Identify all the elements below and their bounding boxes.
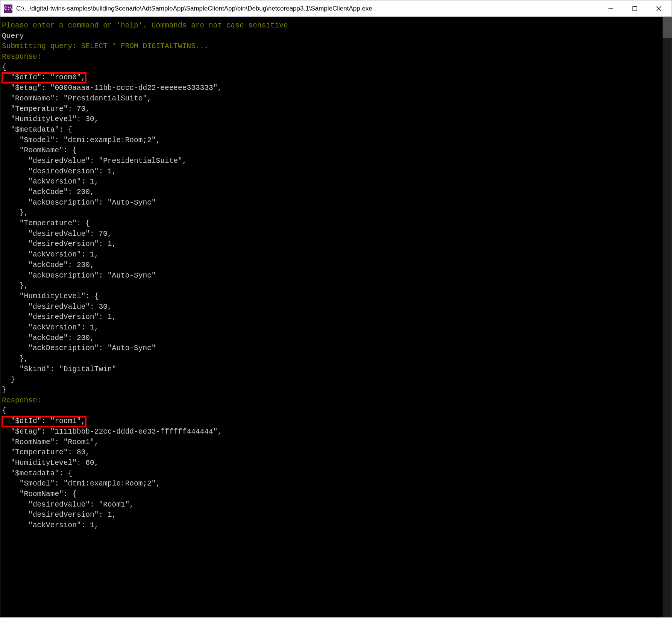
window-title: C:\...\digital-twins-samples\buildingSce…	[16, 5, 599, 12]
scrollbar-thumb[interactable]	[663, 17, 672, 38]
console-line: "ackVersion": 1,	[2, 323, 672, 333]
close-button[interactable]	[647, 0, 671, 17]
console-line: Submitting query: SELECT * FROM DIGITALT…	[2, 41, 672, 52]
console-line: Response:	[2, 396, 672, 406]
minimize-button[interactable]	[599, 0, 623, 17]
window-frame: C:\ C:\...\digital-twins-samples\buildin…	[0, 0, 672, 617]
scrollbar-track[interactable]	[663, 17, 672, 617]
console-line: "$dtId": "room0",	[2, 73, 672, 83]
console-line: },	[2, 208, 672, 218]
console-line: "$etag": "0000aaaa-11bb-cccc-dd22-eeeeee…	[2, 83, 672, 94]
console-area[interactable]: Please enter a command or 'help'. Comman…	[0, 17, 672, 617]
console-line: "ackVersion": 1,	[2, 177, 672, 187]
console-line: "desiredValue": 30,	[2, 302, 672, 313]
maximize-button[interactable]	[623, 0, 647, 17]
dtid-highlight: "$dtId": "room1",	[2, 416, 85, 427]
console-line: "ackVersion": 1,	[2, 250, 672, 260]
console-line: "RoomName": {	[2, 489, 672, 500]
console-line: Response:	[2, 52, 672, 62]
titlebar[interactable]: C:\ C:\...\digital-twins-samples\buildin…	[0, 0, 672, 17]
console-line: "$kind": "DigitalTwin"	[2, 364, 672, 375]
console-line: "ackCode": 200,	[2, 187, 672, 198]
dtid-highlight: "$dtId": "room0",	[2, 73, 85, 83]
console-line: "ackDescription": "Auto-Sync"	[2, 198, 672, 208]
console-line: "Temperature": {	[2, 218, 672, 229]
console-line: "Temperature": 80,	[2, 448, 672, 458]
console-line: "$etag": "1111bbbb-22cc-dddd-ee33-ffffff…	[2, 427, 672, 437]
console-line: "desiredVersion": 1,	[2, 510, 672, 520]
highlight-box	[2, 416, 86, 427]
console-line: "desiredVersion": 1,	[2, 312, 672, 323]
console-line: "$metadata": {	[2, 469, 672, 479]
console-line: "ackCode": 200,	[2, 333, 672, 344]
console-line: {	[2, 406, 672, 416]
console-line: "HumidityLevel": {	[2, 291, 672, 302]
console-line: "$model": "dtmi:example:Room;2",	[2, 135, 672, 146]
console-line: Please enter a command or 'help'. Comman…	[2, 21, 672, 31]
console-line: "$metadata": {	[2, 125, 672, 135]
console-line: "$dtId": "room1",	[2, 416, 672, 427]
console-line: "desiredVersion": 1,	[2, 239, 672, 250]
console-line: "desiredValue": "PresidentialSuite",	[2, 156, 672, 167]
console-line: "HumidityLevel": 30,	[2, 114, 672, 125]
console-output: Please enter a command or 'help'. Comman…	[0, 17, 672, 531]
console-line: "ackCode": 200,	[2, 260, 672, 271]
console-line: "RoomName": "PresidentialSuite",	[2, 94, 672, 104]
console-line: "ackDescription": "Auto-Sync"	[2, 343, 672, 354]
console-line: {	[2, 62, 672, 73]
window-controls	[599, 0, 671, 17]
console-line: }	[2, 385, 672, 396]
svg-rect-1	[633, 6, 637, 11]
console-line: },	[2, 354, 672, 364]
console-line: "desiredValue": 70,	[2, 229, 672, 240]
console-line: "ackDescription": "Auto-Sync"	[2, 271, 672, 281]
console-line: "desiredVersion": 1,	[2, 167, 672, 177]
console-line: }	[2, 375, 672, 385]
console-line: "$model": "dtmi:example:Room;2",	[2, 479, 672, 489]
console-line: "RoomName": {	[2, 146, 672, 156]
console-line: "RoomName": "Room1",	[2, 437, 672, 448]
console-line: "desiredValue": "Room1",	[2, 500, 672, 510]
console-line: },	[2, 281, 672, 291]
highlight-box	[2, 72, 86, 83]
console-line: "HumidityLevel": 60,	[2, 458, 672, 469]
console-line: "Temperature": 70,	[2, 104, 672, 115]
console-line: Query	[2, 31, 672, 42]
console-line: "ackVersion": 1,	[2, 520, 672, 531]
app-icon: C:\	[4, 5, 12, 13]
